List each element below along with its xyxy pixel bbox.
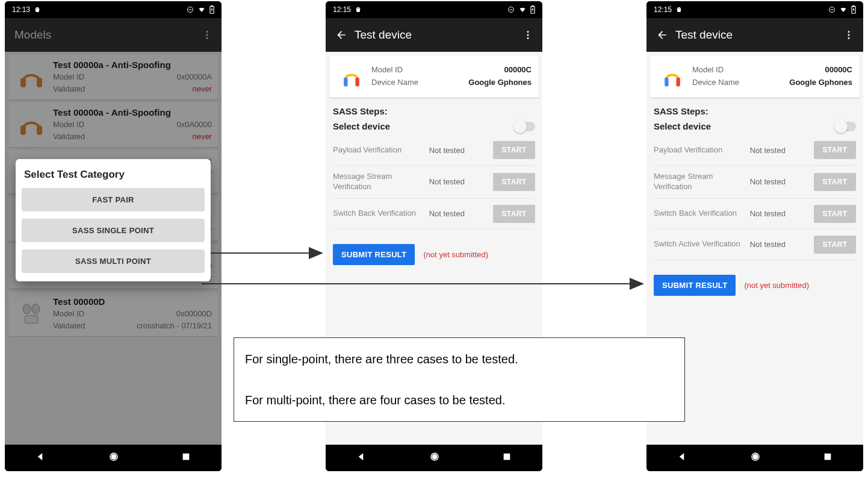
submit-status: (not yet submitted) [423,250,488,259]
nav-home-icon[interactable] [429,451,440,465]
dnd-icon [187,6,194,13]
start-button[interactable]: START [814,205,856,223]
status-time: 12:13 [12,5,30,14]
test-label: Switch Back Verification [654,208,750,219]
status-time: 12:15 [333,5,351,14]
test-label: Switch Active Verification [654,239,750,249]
svg-point-6 [206,37,208,39]
phone-models: 12:13 Models Test 00000a - Anti-Spoofing… [5,1,222,471]
test-row: Switch Back VerificationNot testedSTART [333,199,535,230]
back-icon[interactable] [656,29,675,41]
test-status: Not tested [750,209,814,218]
test-status: Not tested [750,240,814,249]
device-name-value: Google Gphones [789,77,852,89]
svg-point-21 [111,454,116,459]
svg-rect-3 [211,5,212,7]
wifi-icon [197,6,206,13]
submit-status: (not yet submitted) [744,281,809,290]
device-card: Model ID00000C Device NameGoogle Gphones [650,55,860,98]
test-label: Switch Back Verification [333,208,429,219]
more-icon[interactable] [839,30,858,40]
test-row: Switch Active VerificationNot testedSTAR… [654,230,856,260]
gphones-icon [336,61,367,92]
svg-point-39 [848,31,850,33]
start-button[interactable]: START [814,173,856,191]
test-status: Not tested [429,209,493,218]
device-name-label: Device Name [371,77,418,89]
start-button[interactable]: START [814,236,856,254]
test-status: Not tested [429,146,493,155]
model-id-label: Model ID [692,64,724,77]
svg-point-4 [206,31,208,33]
nav-recent-icon[interactable] [502,452,512,464]
back-icon[interactable] [335,29,355,41]
nav-back-icon[interactable] [356,451,367,465]
svg-rect-38 [853,5,854,7]
status-bar: 12:15 [326,1,542,18]
nav-home-icon[interactable] [750,451,761,465]
info-box: For single-point, there are three cases … [234,337,685,422]
nav-bar [5,445,222,471]
svg-point-45 [753,454,758,459]
appbar-title: Test device [355,28,518,42]
sass-multi-point-button[interactable]: SASS MULTI POINT [22,249,205,273]
svg-point-27 [527,31,529,33]
svg-rect-42 [665,78,668,87]
more-icon[interactable] [518,30,538,40]
start-button[interactable]: START [493,205,535,223]
battery-icon [209,5,214,14]
device-name-value: Google Gphones [468,77,532,89]
info-line-1: For single-point, there are three cases … [245,349,674,369]
svg-point-29 [527,37,529,39]
gphones-icon [657,61,687,92]
device-name-label: Device Name [692,77,739,89]
select-device-label: Select device [654,121,711,131]
test-label: Payload Verification [654,145,750,155]
test-status: Not tested [429,177,493,186]
test-label: Message Stream Verification [333,172,429,192]
dnd-icon [828,6,835,13]
dialog-title: Select Test Category [24,169,202,181]
svg-point-5 [206,34,208,36]
sass-single-point-button[interactable]: SASS SINGLE POINT [22,219,205,242]
svg-point-41 [848,37,850,39]
start-button[interactable]: START [493,141,535,159]
submit-result-button[interactable]: SUBMIT RESULT [654,275,736,296]
select-device-toggle[interactable] [515,122,535,131]
app-bar: Models [5,18,222,52]
select-device-label: Select device [333,121,390,131]
sass-steps-title: SASS Steps: [654,106,856,116]
status-time: 12:15 [654,5,672,14]
fast-pair-button[interactable]: FAST PAIR [22,188,205,211]
dnd-icon [507,6,515,13]
model-id-label: Model ID [371,64,403,77]
adb-icon [675,6,683,13]
nav-recent-icon[interactable] [823,452,832,464]
battery-icon [530,5,535,14]
submit-result-button[interactable]: SUBMIT RESULT [333,244,415,265]
start-button[interactable]: START [814,141,856,159]
device-card: Model ID00000C Device NameGoogle Gphones [329,55,539,98]
more-icon[interactable] [197,30,217,40]
adb-icon [355,6,362,13]
nav-back-icon[interactable] [36,451,46,465]
svg-rect-22 [182,454,189,460]
start-button[interactable]: START [493,173,535,191]
nav-back-icon[interactable] [677,451,688,465]
status-bar: 12:15 [646,1,863,18]
tests-list: Payload VerificationNot testedSTARTMessa… [333,135,535,230]
select-device-toggle[interactable] [835,122,856,131]
test-row: Message Stream VerificationNot testedSTA… [333,166,535,199]
test-status: Not tested [750,177,814,186]
nav-recent-icon[interactable] [181,452,191,464]
svg-rect-34 [503,454,510,460]
nav-home-icon[interactable] [108,451,119,465]
svg-point-33 [432,454,437,459]
info-line-2: For multi-point, there are four cases to… [245,390,674,410]
appbar-title: Models [14,28,197,42]
test-label: Payload Verification [333,145,429,155]
test-row: Payload VerificationNot testedSTART [333,135,535,166]
status-bar: 12:13 [5,1,222,18]
test-status: Not tested [750,146,814,155]
battery-icon [851,5,856,14]
